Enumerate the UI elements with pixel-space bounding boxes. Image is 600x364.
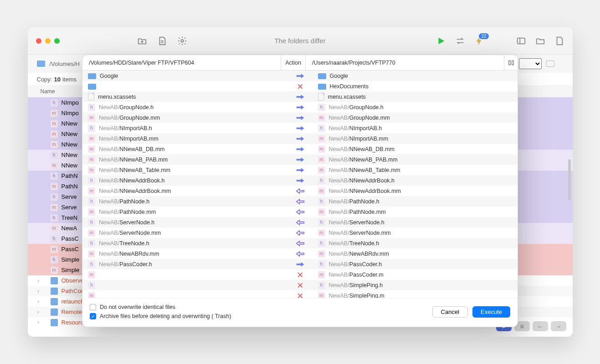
h-file-icon: h: [318, 104, 325, 111]
sync-action-icon[interactable]: [296, 198, 305, 205]
modal-header: /Volumes/HDD/Stare/Viper FTP/VFTP604 Act…: [82, 55, 518, 71]
m-file-icon: m: [318, 156, 325, 163]
h-file-icon: h: [88, 240, 95, 247]
table-row[interactable]: mNewAB/GroupNode.mm mNewAB/GroupNode.mm: [82, 112, 518, 123]
modal-overlay: /Volumes/HDD/Stare/Viper FTP/VFTP604 Act…: [28, 27, 573, 337]
sync-action-icon[interactable]: [296, 251, 305, 257]
sync-action-icon[interactable]: [296, 209, 305, 215]
h-file-icon: h: [318, 198, 325, 205]
modal-footer: Do not overwrite identical files Archive…: [82, 298, 518, 327]
table-row[interactable]: hNewAB/PathNode.h hNewAB/PathNode.h: [82, 196, 518, 207]
m-file-icon: m: [318, 114, 325, 121]
checkbox-icon: [90, 304, 96, 310]
sync-action-icon[interactable]: [296, 136, 305, 142]
sync-action-icon[interactable]: [296, 125, 305, 131]
table-row[interactable]: Google Google: [82, 71, 518, 81]
table-row[interactable]: hNewAB/NImportAB.h hNewAB/NImportAB.h: [82, 123, 518, 133]
folder-icon: [88, 84, 96, 90]
table-row[interactable]: h hNewAB/SimplePing.h: [82, 280, 518, 290]
table-row[interactable]: mNewAB/ServerNode.mm mNewAB/ServerNode.m…: [82, 228, 518, 238]
checkbox-archive[interactable]: Archive files before deleting and overwr…: [90, 313, 231, 319]
file-icon: [318, 93, 324, 101]
sync-action-icon[interactable]: [297, 292, 304, 298]
app-window: The folders differ 22 /Volumes/H Copy: 1…: [28, 27, 573, 337]
table-row[interactable]: mNewAB/NImportAB.mm mNewAB/NImportAB.mm: [82, 133, 518, 144]
m-file-icon: m: [318, 208, 325, 216]
sync-action-icon[interactable]: [296, 240, 305, 247]
h-file-icon: h: [318, 261, 325, 268]
h-file-icon: h: [88, 177, 95, 184]
sync-action-icon[interactable]: [296, 261, 305, 268]
table-row[interactable]: hNewAB/PassCoder.h hNewAB/PassCoder.h: [82, 259, 518, 269]
modal-right-path: /Users/naarak/Projects/VFTP770: [306, 55, 504, 70]
h-file-icon: h: [318, 240, 325, 247]
m-file-icon: m: [88, 250, 95, 258]
h-file-icon: h: [318, 177, 325, 184]
table-row[interactable]: hNewAB/ServerNode.h hNewAB/ServerNode.h: [82, 217, 518, 228]
sync-action-icon[interactable]: [296, 104, 305, 111]
m-file-icon: m: [88, 114, 95, 121]
table-row[interactable]: mNewAB/NNewAB_DB.mm mNewAB/NNewAB_DB.mm: [82, 144, 518, 154]
execute-button[interactable]: Execute: [472, 306, 510, 318]
sync-action-icon[interactable]: [296, 188, 305, 194]
h-file-icon: h: [88, 104, 95, 111]
m-file-icon: m: [88, 229, 95, 237]
table-row[interactable]: hNewAB/TreeNode.h hNewAB/TreeNode.h: [82, 238, 518, 248]
sync-action-icon[interactable]: [296, 115, 305, 121]
h-file-icon: h: [88, 282, 95, 289]
h-file-icon: h: [88, 198, 95, 205]
m-file-icon: m: [318, 146, 325, 153]
columns-icon[interactable]: [504, 55, 518, 70]
m-file-icon: m: [88, 292, 95, 298]
modal-left-path: /Volumes/HDD/Stare/Viper FTP/VFTP604: [82, 55, 281, 70]
h-file-icon: h: [88, 125, 95, 132]
h-file-icon: h: [318, 125, 325, 132]
svg-rect-2: [508, 61, 510, 65]
m-file-icon: m: [88, 271, 95, 278]
table-row[interactable]: m mNewAB/PassCoder.m: [82, 269, 518, 280]
table-row[interactable]: mNewAB/PathNode.mm mNewAB/PathNode.mm: [82, 207, 518, 217]
sync-action-icon[interactable]: [296, 157, 305, 163]
table-row[interactable]: m mNewAB/SimplePing.m: [82, 290, 518, 298]
h-file-icon: h: [318, 219, 325, 226]
folder-icon: [88, 73, 96, 79]
modal-action-header: Action: [281, 55, 306, 70]
m-file-icon: m: [318, 187, 325, 195]
table-row[interactable]: mNewAB/NewABRdv.mm mNewAB/NewABRdv.mm: [82, 248, 518, 259]
modal-file-list: Google Google HexDocuments menu.xcassets…: [82, 71, 518, 298]
sync-action-icon[interactable]: [296, 230, 305, 236]
m-file-icon: m: [318, 250, 325, 258]
m-file-icon: m: [88, 135, 95, 142]
table-row[interactable]: mNewAB/NNewAB_Table.mm mNewAB/NNewAB_Tab…: [82, 165, 518, 175]
checkbox-no-overwrite[interactable]: Do not overwrite identical files: [90, 304, 231, 310]
m-file-icon: m: [88, 156, 95, 163]
sync-action-icon[interactable]: [296, 167, 305, 173]
sync-preview-modal: /Volumes/HDD/Stare/Viper FTP/VFTP604 Act…: [82, 55, 518, 327]
h-file-icon: h: [318, 282, 325, 289]
checkbox-checked-icon: [90, 313, 96, 319]
table-row[interactable]: mNewAB/NNewAddrBook.mm mNewAB/NNewAddrBo…: [82, 186, 518, 196]
m-file-icon: m: [318, 229, 325, 237]
table-row[interactable]: hNewAB/GroupNode.h hNewAB/GroupNode.h: [82, 102, 518, 112]
sync-action-icon[interactable]: [296, 177, 305, 184]
table-row[interactable]: menu.xcassets menu.xcassets: [82, 91, 518, 102]
m-file-icon: m: [318, 167, 325, 174]
m-file-icon: m: [318, 271, 325, 278]
sync-action-icon[interactable]: [297, 83, 304, 90]
table-row[interactable]: hNewAB/NNewAddrBook.h hNewAB/NNewAddrBoo…: [82, 175, 518, 186]
cancel-button[interactable]: Cancel: [432, 306, 468, 318]
sync-action-icon[interactable]: [297, 271, 304, 278]
table-row[interactable]: HexDocuments: [82, 81, 518, 91]
sync-action-icon[interactable]: [297, 282, 304, 289]
sync-action-icon[interactable]: [296, 94, 305, 100]
svg-rect-3: [512, 61, 513, 65]
m-file-icon: m: [318, 292, 325, 298]
folder-icon: [318, 73, 326, 79]
folder-icon: [318, 84, 326, 90]
sync-action-icon[interactable]: [296, 146, 305, 152]
sync-action-icon[interactable]: [296, 219, 305, 226]
file-icon: [88, 93, 94, 101]
m-file-icon: m: [88, 208, 95, 216]
table-row[interactable]: mNewAB/NNewAB_PAB.mm mNewAB/NNewAB_PAB.m…: [82, 154, 518, 165]
sync-action-icon[interactable]: [296, 73, 305, 79]
